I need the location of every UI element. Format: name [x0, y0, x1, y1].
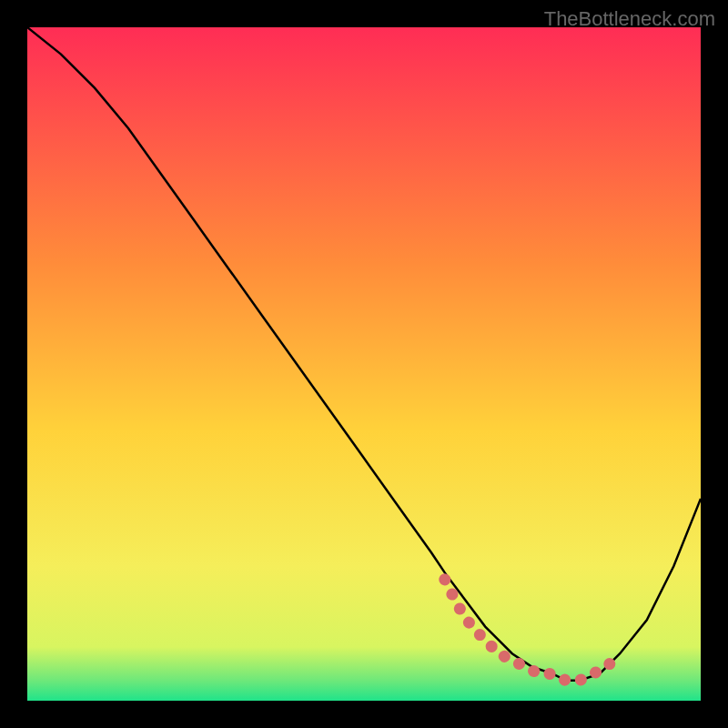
plot-area	[27, 27, 701, 701]
chart-container: TheBottleneck.com	[0, 0, 728, 728]
chart-svg	[27, 27, 701, 701]
watermark-text: TheBottleneck.com	[544, 7, 715, 31]
